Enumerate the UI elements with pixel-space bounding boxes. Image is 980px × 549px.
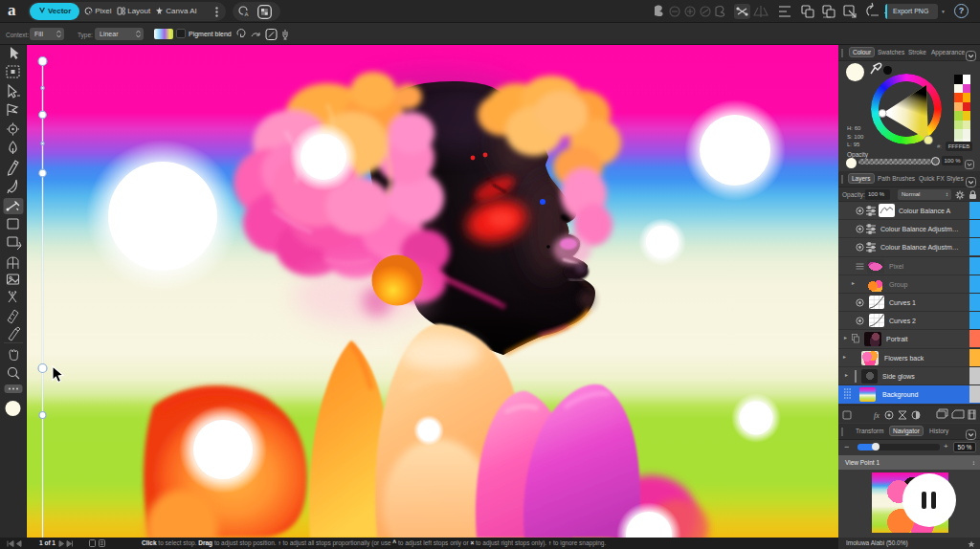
svg-text:A: A bbox=[244, 11, 248, 17]
svg-text:fx: fx bbox=[874, 411, 880, 420]
